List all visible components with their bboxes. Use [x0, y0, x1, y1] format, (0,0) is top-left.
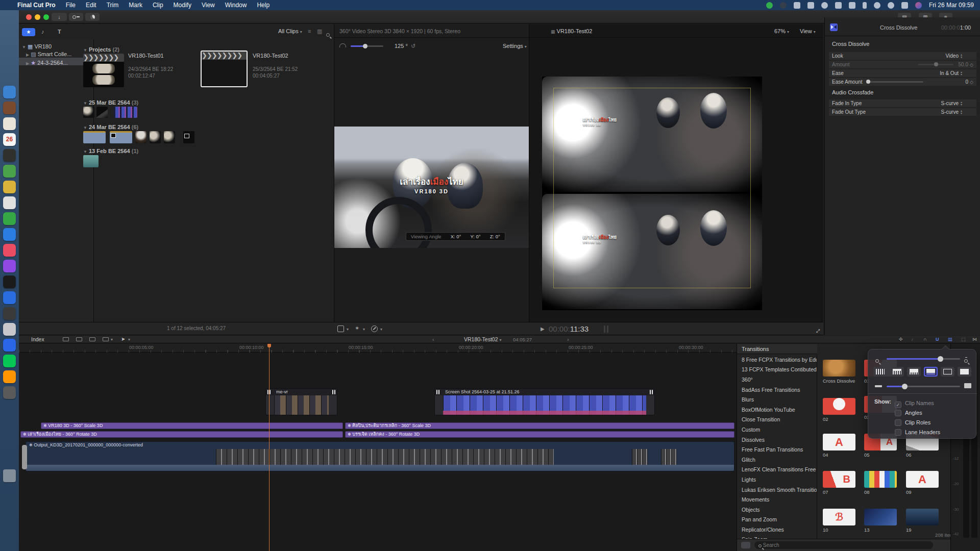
- dock-app-icon[interactable]: [3, 212, 16, 225]
- dock-firefox-icon[interactable]: [3, 370, 16, 383]
- dock-app-icon[interactable]: [3, 307, 16, 320]
- transition-category[interactable]: 13 FCPX Templates Contibuted by...: [737, 365, 817, 375]
- look-row[interactable]: Look Video▴▾: [829, 52, 976, 60]
- battery-icon[interactable]: [901, 2, 908, 9]
- menu-view[interactable]: View: [202, 2, 215, 9]
- show-option-clip-names[interactable]: Clip Names: [895, 398, 934, 408]
- notion-icon[interactable]: [835, 2, 842, 9]
- project-thumbnail-selected[interactable]: ❯❯❯❯❯❯❯❯: [201, 51, 248, 87]
- select-tool-icon[interactable]: ➤: [121, 336, 125, 342]
- transition-item[interactable]: B 07: [823, 471, 855, 495]
- transition-category[interactable]: Movements: [737, 494, 817, 505]
- timeline-primary-clip[interactable]: ✻ Output_KD3D_20170201_000000_000000-con…: [26, 441, 734, 471]
- dock-app-icon[interactable]: [3, 323, 16, 336]
- timeline-title-clip[interactable]: ✻ บรรเจิด เหล็กคง - 360° Rotate 3D: [345, 431, 734, 438]
- timeline-clip-video[interactable]: me-vr: [265, 388, 337, 415]
- transitions-browser-icon[interactable]: ⋈: [972, 337, 977, 342]
- transition-category[interactable]: Replicator/Clones: [737, 524, 817, 535]
- menu-window[interactable]: Window: [225, 2, 247, 9]
- timeline-clip-video[interactable]: Screen Shot 2564-03-25 at 21.51.26: [434, 388, 655, 415]
- transition-category[interactable]: Pan and Zoom: [737, 515, 817, 525]
- transition-category[interactable]: Dissolves: [737, 435, 817, 445]
- project-name[interactable]: VR180-Test02: [253, 53, 288, 59]
- ease-row[interactable]: Ease In & Out▴▾: [829, 69, 976, 77]
- play-button[interactable]: ▶: [541, 326, 545, 332]
- effects-tool-button[interactable]: ✶: [355, 325, 359, 332]
- transition-category[interactable]: 360°: [737, 374, 817, 385]
- viewer-settings-dropdown[interactable]: Settings ▾: [503, 43, 527, 49]
- solo-icon[interactable]: ∩: [923, 337, 926, 342]
- dock-app-icon[interactable]: [3, 260, 16, 272]
- wallpaper-icon[interactable]: [915, 2, 922, 9]
- appearance-waveform-button[interactable]: [873, 367, 887, 377]
- menu-mark[interactable]: Mark: [129, 2, 142, 9]
- dock-calendar-icon[interactable]: 26: [3, 133, 16, 146]
- library-item-smart-collection[interactable]: ▶ ▨ Smart Colle...: [26, 51, 71, 58]
- clip-height-slider[interactable]: [887, 386, 960, 387]
- transition-category[interactable]: Custom: [737, 424, 817, 435]
- appearance-filmstrip-thin-waveform-button[interactable]: [924, 367, 938, 377]
- fov-slider[interactable]: [351, 45, 383, 47]
- transition-category[interactable]: Objects: [737, 505, 817, 515]
- media-view-toggle-icon[interactable]: [741, 542, 750, 548]
- clip-thumbnail[interactable]: [83, 107, 94, 118]
- clip-thumbnail[interactable]: [110, 131, 132, 143]
- connect-edit-icon[interactable]: [63, 337, 69, 341]
- zoom-icon[interactable]: [821, 2, 828, 9]
- dock-app-icon[interactable]: [3, 181, 16, 193]
- spotlight-icon[interactable]: [888, 2, 894, 9]
- display-icon[interactable]: [794, 2, 800, 9]
- appearance-filmstrip-only-button[interactable]: [958, 367, 971, 377]
- snapping-icon[interactable]: U: [936, 337, 939, 342]
- menu-clock[interactable]: Fri 26 Mar 09:59: [929, 2, 974, 9]
- dock-app-icon[interactable]: [3, 117, 16, 130]
- fov-value[interactable]: 125 °: [395, 43, 408, 49]
- library-item-vr180[interactable]: ▼ ▦ VR180: [22, 43, 52, 50]
- ease-amount-row[interactable]: Ease Amount 0 ◇: [829, 78, 976, 86]
- background-tasks-button[interactable]: [85, 13, 100, 21]
- angles-checkbox[interactable]: [895, 410, 901, 416]
- transition-item[interactable]: ℬ 10: [823, 509, 855, 533]
- stereo-360-image[interactable]: เล่าเรื่องเมืองไทยVR180 3D เล่าเรื่องเมื…: [542, 77, 762, 310]
- menu-trim[interactable]: Trim: [107, 2, 119, 9]
- sidebar-tab-titles[interactable]: T: [58, 29, 61, 35]
- clip-thumbnail[interactable]: [164, 131, 175, 143]
- dock-app-icon[interactable]: [3, 228, 16, 241]
- keyword-editor-button[interactable]: [69, 13, 83, 21]
- transition-item[interactable]: 02: [823, 396, 855, 422]
- close-button[interactable]: [26, 14, 32, 20]
- transition-category[interactable]: BadAss Free Transitions: [737, 385, 817, 395]
- menu-help[interactable]: Help: [257, 2, 270, 9]
- next-project-arrow[interactable]: ›: [567, 336, 569, 342]
- timeline-title-clip[interactable]: ✻ เล่าเรื่องเมืองไทย - 360° Rotate 3D: [20, 431, 343, 438]
- browser-search-icon[interactable]: [326, 30, 330, 39]
- dock-app-icon[interactable]: [3, 196, 16, 209]
- clip-filter-dropdown[interactable]: All Clips ▾: [278, 28, 302, 34]
- date-section-header[interactable]: ▼ 24 Mar BE 2564 (6): [83, 124, 138, 130]
- project-thumbnail-image[interactable]: [83, 62, 124, 87]
- transition-category[interactable]: LenoFX Clean Transitions Free: [737, 465, 817, 475]
- dock-app-icon[interactable]: [3, 291, 16, 304]
- clip-thumbnail[interactable]: [183, 131, 194, 143]
- dock-app-icon[interactable]: [3, 339, 16, 352]
- skimming-icon[interactable]: ✣: [899, 337, 903, 342]
- clip-roles-checkbox[interactable]: [895, 419, 901, 426]
- transition-item[interactable]: A 09: [906, 471, 939, 495]
- link-icon[interactable]: [874, 2, 880, 9]
- transition-category[interactable]: Free Fast Pan Transitions: [737, 444, 817, 455]
- mini-audio-meters[interactable]: [604, 325, 609, 333]
- clip-thumbnail[interactable]: [150, 131, 161, 143]
- transform-tool-button[interactable]: [337, 325, 344, 332]
- reset-angle-icon[interactable]: ↺: [411, 43, 415, 49]
- amount-row[interactable]: Amount 50.0 ◇: [829, 61, 976, 68]
- date-section-header[interactable]: ▼ 25 Mar BE 2564 (3): [83, 99, 138, 106]
- inspector-duration[interactable]: 00:00:01:00: [941, 24, 971, 31]
- menu-file[interactable]: File: [66, 2, 76, 9]
- dock-app-icon[interactable]: [3, 165, 16, 178]
- clip-appearance-icon[interactable]: ▤: [948, 337, 952, 342]
- timecode-display[interactable]: 00:00:11:33: [549, 324, 589, 334]
- show-option-clip-roles[interactable]: Clip Roles: [895, 417, 930, 427]
- clip-left-handle[interactable]: [22, 445, 27, 469]
- index-button[interactable]: Index: [31, 336, 44, 342]
- insert-edit-icon[interactable]: [76, 337, 82, 341]
